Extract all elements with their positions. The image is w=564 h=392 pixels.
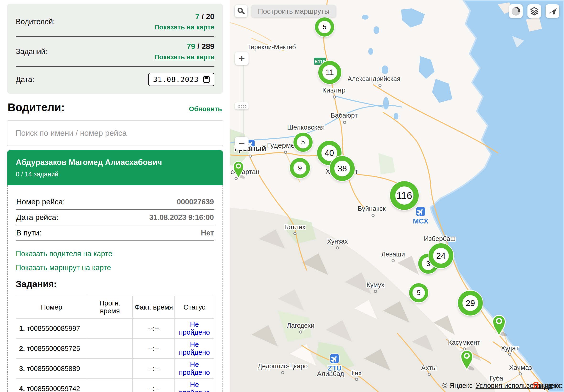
city-dot bbox=[333, 96, 336, 98]
en-route-label: В пути: bbox=[16, 228, 41, 237]
zoom-out-button[interactable]: − bbox=[235, 137, 248, 150]
driver-details: Номер рейса: 000027639 Дата рейса: 31.08… bbox=[7, 185, 223, 392]
zoom-in-button[interactable]: + bbox=[235, 52, 248, 65]
task-actual-time-cell: --:-- bbox=[133, 379, 175, 392]
col-number: Номер bbox=[16, 296, 87, 318]
build-routes-button[interactable]: Построить маршруты bbox=[251, 5, 336, 17]
yandex-logo-ya: Я bbox=[533, 380, 539, 390]
show-drivers-on-map-link[interactable]: Показать на карте bbox=[154, 23, 214, 31]
task-row: 1.т0085500085997--:--Не пройдено bbox=[16, 318, 214, 338]
app-root: Водителей: 7 / 20 Показать на карте Зада… bbox=[0, 0, 564, 392]
task-status-link[interactable]: Не пройдено bbox=[179, 341, 210, 356]
date-input[interactable]: 31.08.2023 bbox=[148, 73, 214, 86]
flight-number-label: Номер рейса: bbox=[16, 197, 65, 206]
city-label: Кумух bbox=[367, 281, 385, 289]
locate-arrow-icon bbox=[548, 6, 558, 16]
map-cluster[interactable]: 24 bbox=[428, 243, 453, 268]
summary-card: Водителей: 7 / 20 Показать на карте Зада… bbox=[7, 4, 223, 94]
task-row: 3.т0085500085889--:--Не пройдено bbox=[16, 359, 214, 379]
show-driver-on-map-link[interactable]: Показать водителя на карте bbox=[16, 250, 214, 258]
airport-icon: МСХ bbox=[413, 207, 428, 225]
city-dot bbox=[428, 373, 430, 376]
task-row: 2.т0085500085725--:--Не пройдено bbox=[16, 338, 214, 359]
task-status-link[interactable]: Не пройдено bbox=[179, 381, 210, 392]
city-label: Буйнакск bbox=[358, 205, 386, 212]
locate-button[interactable] bbox=[546, 4, 559, 18]
col-actual-time: Факт. время bbox=[133, 296, 175, 318]
show-route-on-map-link[interactable]: Показать маршрут на карте bbox=[16, 263, 214, 272]
en-route-value: Нет bbox=[201, 229, 214, 237]
airport-label: МСХ bbox=[413, 217, 428, 225]
task-actual-time-cell: --:-- bbox=[133, 359, 175, 379]
map-cluster[interactable]: 9 bbox=[290, 158, 310, 178]
drivers-heading: Водители: bbox=[8, 101, 65, 114]
task-status-link[interactable]: Не пройдено bbox=[179, 361, 210, 376]
tasks-count: 79 / 289 bbox=[154, 42, 214, 51]
map-cluster[interactable]: 38 bbox=[330, 156, 355, 181]
task-number-cell: 1.т0085500085997 bbox=[16, 318, 87, 338]
city-dot bbox=[249, 155, 251, 157]
map-cluster[interactable]: 11 bbox=[318, 61, 341, 84]
panorama-button[interactable] bbox=[509, 4, 523, 18]
calendar-icon[interactable] bbox=[203, 76, 210, 83]
date-row: Дата: 31.08.2023 bbox=[16, 67, 214, 90]
city-dot bbox=[329, 371, 331, 373]
show-tasks-on-map-link[interactable]: Показать на карте bbox=[154, 53, 214, 61]
lagoon bbox=[432, 79, 452, 103]
flight-date-row: Дата рейса: 31.08.2023 9:16:00 bbox=[16, 210, 214, 225]
driver-search-input[interactable] bbox=[7, 120, 223, 146]
map-pin[interactable] bbox=[232, 160, 245, 181]
driver-name: Абдуразаков Магомед Алиасхабович bbox=[16, 158, 214, 167]
task-row: 4.т0085500059742--:--Не пройдено bbox=[16, 379, 214, 392]
col-predicted-time: Прогн. время bbox=[87, 296, 133, 318]
pin-icon bbox=[459, 349, 475, 372]
map-pin[interactable] bbox=[491, 314, 507, 339]
lagoon bbox=[401, 8, 425, 28]
map-cluster[interactable]: 116 bbox=[390, 181, 419, 210]
tasks-count-active: 79 bbox=[187, 42, 195, 51]
city-dot bbox=[300, 331, 302, 333]
tasks-stat-row: Заданий: 79 / 289 Показать на карте bbox=[16, 37, 214, 66]
tasks-count-total: / 289 bbox=[197, 42, 214, 51]
city-label: Избербаш bbox=[424, 235, 456, 242]
task-actual-time-cell: --:-- bbox=[133, 318, 175, 338]
tasks-table: Номер Прогн. время Факт. время Статус 1.… bbox=[16, 296, 214, 392]
date-value[interactable]: 31.08.2023 bbox=[153, 75, 199, 84]
drivers-count: 7 / 20 bbox=[154, 12, 214, 21]
layers-icon bbox=[529, 6, 539, 16]
map-cluster[interactable]: 5 bbox=[293, 133, 313, 152]
map-cluster[interactable]: 5 bbox=[315, 17, 334, 37]
yandex-logo-rest: ндекс bbox=[539, 380, 563, 390]
en-route-row: В пути: Нет bbox=[16, 225, 214, 241]
city-dot bbox=[344, 121, 346, 124]
zoom-slider-handle[interactable] bbox=[235, 102, 248, 110]
driver-card[interactable]: Абдуразаков Магомед Алиасхабович 0 / 14 … bbox=[7, 150, 223, 185]
city-label: Касумкент bbox=[448, 339, 480, 346]
city-label: Хунзах bbox=[327, 238, 348, 245]
flight-number-value: 000027639 bbox=[177, 198, 214, 206]
pin-icon bbox=[232, 160, 245, 180]
task-status-link[interactable]: Не пройдено bbox=[179, 321, 210, 336]
city-dot bbox=[355, 378, 358, 380]
map-cluster[interactable]: 29 bbox=[458, 291, 483, 316]
task-number-cell: 4.т0085500059742 bbox=[16, 379, 87, 392]
city-dot bbox=[519, 373, 522, 375]
map-cluster[interactable]: 5 bbox=[409, 283, 428, 302]
city-label: Худат bbox=[501, 344, 519, 352]
city-dot bbox=[379, 84, 381, 86]
city-dot bbox=[372, 214, 374, 217]
tasks-table-header: Номер Прогн. время Факт. время Статус bbox=[16, 296, 214, 318]
zoom-slider-track[interactable] bbox=[241, 65, 244, 137]
map-search-button[interactable] bbox=[235, 5, 247, 17]
layers-button[interactable] bbox=[527, 4, 541, 18]
map-pin[interactable] bbox=[459, 349, 475, 373]
plus-icon: + bbox=[239, 53, 245, 65]
flight-date-value: 31.08.2023 9:16:00 bbox=[149, 213, 214, 222]
city-label: Лагодехи bbox=[287, 322, 314, 329]
drivers-stat-row: Водителей: 7 / 20 Показать на карте bbox=[16, 7, 214, 36]
grip-dots-icon bbox=[238, 104, 246, 108]
city-label: Александрийская bbox=[348, 75, 400, 83]
refresh-link[interactable]: Обновить bbox=[189, 105, 222, 113]
map[interactable]: E119 МСХZTU Терекли-МектебКизлярАлександ… bbox=[230, 0, 564, 392]
yandex-logo[interactable]: Яндекс bbox=[533, 380, 563, 391]
